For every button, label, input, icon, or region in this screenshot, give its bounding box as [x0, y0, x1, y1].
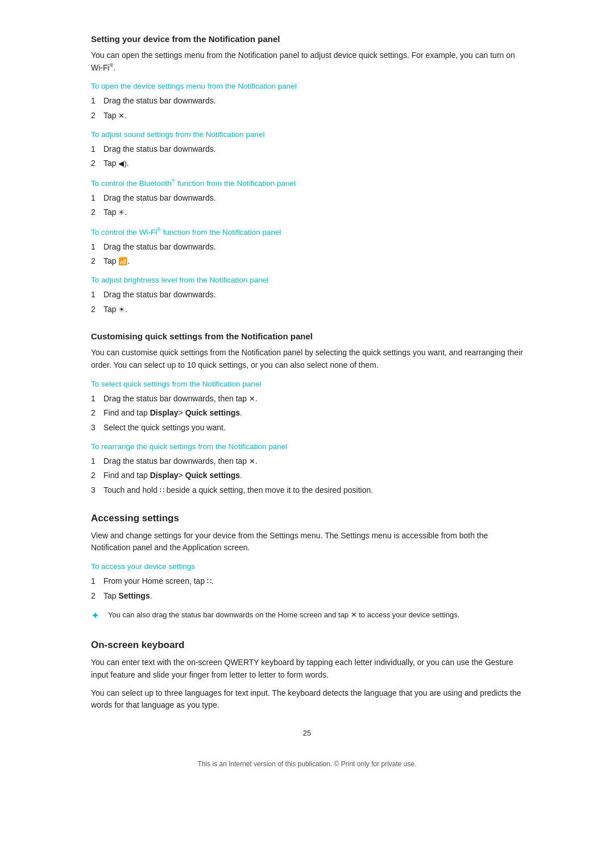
intro-setting-device: You can open the settings menu from the …	[91, 49, 523, 74]
subheading-adjust-sound: To adjust sound settings from the Notifi…	[91, 130, 523, 139]
tip-icon: ✦	[91, 608, 103, 624]
step-item: 2Tap ✕.	[91, 110, 523, 122]
para-on-screen-keyboard-1: You can enter text with the on-screen QW…	[91, 657, 523, 681]
wifi-icon-sym: 📶	[118, 257, 127, 265]
step-item: 1Drag the status bar downwards, then tap…	[91, 455, 523, 468]
section-accessing-settings: Accessing settings View and change setti…	[91, 513, 523, 624]
heading-setting-device: Setting your device from the Notificatio…	[91, 34, 523, 44]
subheading-access-device-settings: To access your device settings	[91, 562, 523, 571]
step-item: 2Tap ☀.	[91, 304, 523, 316]
drag-handle-sym: ∷	[160, 486, 164, 495]
step-item: 2Find and tap Display> Quick settings.	[91, 407, 523, 420]
intro-accessing-settings: View and change settings for your device…	[91, 530, 523, 554]
sound-icon-sym: ◀)	[118, 159, 126, 168]
step-item: 3Select the quick settings you want.	[91, 422, 523, 434]
step-item: 2Tap ✳.	[91, 206, 523, 219]
step-item: 2Tap ◀).	[91, 157, 523, 170]
step-item: 1Drag the status bar downwards.	[91, 143, 523, 156]
apps-icon-sym: ∷	[207, 577, 211, 585]
step-item: 1Drag the status bar downwards, then tap…	[91, 393, 523, 405]
subheading-select-quick: To select quick settings from the Notifi…	[91, 380, 523, 388]
subheading-bluetooth: To control the Bluetooth® function from …	[91, 178, 523, 188]
section-customising-quick: Customising quick settings from the Noti…	[91, 331, 523, 497]
page-number: 25	[91, 729, 523, 737]
steps-wifi: 1Drag the status bar downwards. 2Tap 📶.	[91, 241, 523, 268]
steps-open-device-settings: 1Drag the status bar downwards. 2Tap ✕.	[91, 95, 523, 122]
settings-icon-sym4: ✕	[351, 610, 357, 619]
step-item: 2Tap 📶.	[91, 255, 523, 268]
para-on-screen-keyboard-2: You can select up to three languages for…	[91, 687, 523, 712]
tip-accessing-settings: ✦ You can also drag the status bar downw…	[91, 609, 523, 624]
section-setting-device: Setting your device from the Notificatio…	[91, 34, 523, 315]
steps-adjust-sound: 1Drag the status bar downwards. 2Tap ◀).	[91, 143, 523, 170]
tip-text: You can also drag the status bar downwar…	[108, 609, 459, 621]
brightness-icon-sym: ☀	[118, 305, 125, 314]
page-footer: This is an Internet version of this publ…	[91, 760, 523, 768]
settings-icon-sym2: ✕	[249, 394, 255, 403]
steps-bluetooth: 1Drag the status bar downwards. 2Tap ✳.	[91, 192, 523, 219]
subheading-rearrange-quick: To rearrange the quick settings from the…	[91, 442, 523, 451]
step-item: 1Drag the status bar downwards.	[91, 192, 523, 205]
steps-access-device-settings: 1From your Home screen, tap ∷. 2Tap Sett…	[91, 575, 523, 602]
heading-accessing-settings: Accessing settings	[91, 513, 523, 524]
intro-customising-quick: You can customise quick settings from th…	[91, 347, 523, 371]
step-item: 2Find and tap Display> Quick settings.	[91, 470, 523, 482]
settings-icon-sym3: ✕	[249, 457, 255, 466]
heading-on-screen-keyboard: On-screen keyboard	[91, 639, 523, 651]
steps-brightness: 1Drag the status bar downwards. 2Tap ☀.	[91, 289, 523, 315]
bluetooth-icon-sym: ✳	[118, 208, 125, 217]
subheading-open-device-settings: To open the device settings menu from th…	[91, 82, 523, 90]
settings-icon-sym: ✕	[118, 111, 125, 120]
subheading-brightness: To adjust brightness level from the Noti…	[91, 276, 523, 284]
step-item: 1From your Home screen, tap ∷.	[91, 575, 523, 588]
step-item: 3Touch and hold ∷ beside a quick setting…	[91, 484, 523, 497]
steps-select-quick: 1Drag the status bar downwards, then tap…	[91, 393, 523, 434]
step-item: 1Drag the status bar downwards.	[91, 289, 523, 301]
step-item: 2Tap Settings.	[91, 590, 523, 603]
section-on-screen-keyboard: On-screen keyboard You can enter text wi…	[91, 639, 523, 712]
heading-customising-quick: Customising quick settings from the Noti…	[91, 331, 523, 341]
steps-rearrange-quick: 1Drag the status bar downwards, then tap…	[91, 455, 523, 497]
step-item: 1Drag the status bar downwards.	[91, 95, 523, 107]
subheading-wifi: To control the Wi-Fi® function from the …	[91, 227, 523, 236]
step-item: 1Drag the status bar downwards.	[91, 241, 523, 254]
